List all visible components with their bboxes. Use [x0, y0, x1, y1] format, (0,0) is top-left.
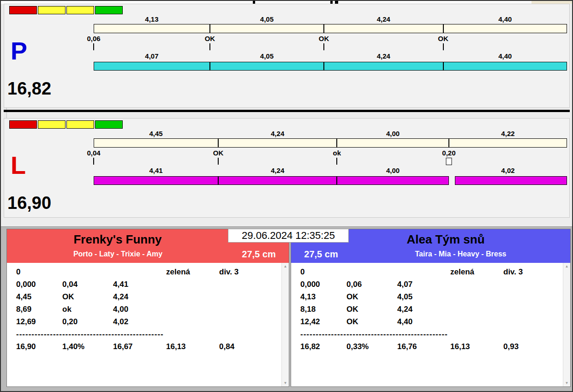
- status-color-block: [66, 120, 94, 129]
- scrollbar[interactable]: ▲ ▼: [281, 263, 289, 386]
- scrollbar[interactable]: ▲ ▼: [563, 263, 570, 386]
- result-row: 0zelenádiv. 3: [7, 266, 289, 278]
- result-cell: 0,04: [62, 278, 113, 291]
- result-cell: OK: [62, 291, 113, 303]
- tick-mark-icon: [323, 43, 324, 50]
- lower-bar-segment: [94, 176, 218, 185]
- status-color-block: [95, 120, 123, 129]
- crossing-marker-labels: 0,06OKOKOK: [94, 35, 567, 42]
- crossing-marker-label: 0,04: [87, 149, 100, 157]
- scroll-down-icon[interactable]: ▼: [563, 381, 570, 385]
- upper-bar-segment: [218, 138, 337, 148]
- upper-split-label: 4,13: [145, 15, 158, 23]
- team-results: 0zelenádiv. 30,0000,044,414,45OK4,248,69…: [7, 263, 289, 386]
- result-cell: 4,07: [397, 278, 450, 291]
- result-cell: 4,24: [397, 303, 450, 315]
- crossing-marker-label: OK: [438, 35, 448, 42]
- result-cell: 0,000: [16, 278, 62, 291]
- upper-bar-segment: [210, 24, 324, 33]
- tick-mark-icon: [443, 43, 444, 50]
- lower-bar-segment: [324, 62, 443, 71]
- result-cell: 4,13: [300, 291, 346, 303]
- result-row: 12,690,204,02: [7, 315, 289, 328]
- lower-bar-segment: [443, 62, 567, 71]
- status-color-block: [9, 6, 37, 14]
- datetime-display: 29.06.2024 12:35:25: [228, 229, 349, 243]
- upper-split-label: 4,24: [377, 15, 390, 23]
- result-cell: 16,67: [113, 340, 166, 353]
- lower-bar: [94, 62, 567, 71]
- result-cell: 16,90: [16, 340, 62, 353]
- upper-split-label: 4,24: [271, 130, 284, 137]
- tick-mark-icon: [218, 158, 219, 165]
- result-row: 8,18OK4,24: [291, 303, 570, 315]
- lower-bar-segment: [218, 176, 337, 185]
- status-color-block: [9, 120, 37, 129]
- upper-split-label: 4,40: [498, 15, 512, 23]
- lower-split-label: 4,05: [260, 52, 274, 60]
- lane-letter: L: [11, 153, 26, 178]
- result-cell: 4,24: [113, 291, 166, 303]
- status-color-block: [38, 120, 66, 129]
- result-row: 4,45OK4,24: [7, 291, 289, 303]
- crossing-marker-labels: 0,04OKok0,20: [94, 149, 567, 157]
- result-cell: 16,13: [166, 340, 219, 353]
- separator-line: ----------------------------------------…: [291, 328, 570, 340]
- result-cell: 0,06: [346, 278, 397, 291]
- lower-split-label: 4,07: [145, 52, 158, 60]
- result-cell: 16,82: [300, 340, 346, 353]
- result-rows: 0zelenádiv. 30,0000,044,414,45OK4,248,69…: [7, 266, 289, 353]
- result-cell: OK: [346, 315, 397, 328]
- lower-bar: [94, 176, 567, 185]
- result-cell: OK: [346, 303, 397, 315]
- team-subtitle-row: 27,5 cm Taira - Mia - Heavy - Bress: [291, 248, 570, 260]
- result-cell: 0: [16, 266, 62, 278]
- result-cell: 0,33%: [346, 340, 397, 353]
- upper-bar-segment: [449, 138, 567, 148]
- status-color-block: [95, 6, 123, 14]
- team-panel-frenkys-funny: Frenky's Funny Porto - Laty - Trixie - A…: [6, 229, 289, 387]
- upper-bar: [94, 138, 567, 148]
- crossing-marker-label: OK: [213, 149, 224, 157]
- crossing-marker-label: ok: [333, 149, 341, 157]
- lower-split-label: 4,24: [271, 166, 284, 174]
- result-cell: 4,40: [397, 315, 450, 328]
- upper-bar-segment: [94, 138, 218, 148]
- result-cell: 4,00: [113, 303, 166, 315]
- upper-split-label: 4,22: [501, 130, 514, 137]
- team-name: Alea Tým snů: [321, 232, 570, 247]
- result-cell: 8,18: [300, 303, 346, 315]
- team-name: Frenky's Funny: [7, 232, 228, 247]
- lower-split-label: 4,24: [377, 52, 390, 60]
- result-cell: 12,42: [300, 315, 346, 328]
- lower-bar-segment: [455, 176, 567, 185]
- team-members: Porto - Laty - Trixie - Amy: [7, 250, 229, 258]
- separator-line: ----------------------------------------…: [7, 328, 289, 340]
- team-panel-alea-tym-snu: Alea Tým snů 27,5 cm Taira - Mia - Heavy…: [291, 229, 571, 387]
- lower-split-label: 4,02: [501, 166, 514, 174]
- upper-bar-segment: [443, 24, 567, 33]
- scroll-down-icon[interactable]: ▼: [282, 381, 289, 385]
- tick-mark-icon: [336, 158, 337, 165]
- upper-bar-segment: [94, 24, 210, 33]
- lane-total-time: 16,90: [7, 194, 51, 212]
- result-row: 8,69ok4,00: [7, 303, 289, 315]
- scroll-up-icon[interactable]: ▲: [563, 264, 570, 268]
- result-cell: 0,20: [62, 315, 113, 328]
- lane-letter: P: [11, 38, 27, 63]
- crossing-marker-label: 0,20: [442, 149, 455, 157]
- lower-split-label: 4,40: [498, 52, 512, 60]
- lower-split-label: 4,41: [149, 166, 162, 174]
- upper-bar-segment: [324, 24, 443, 33]
- lower-split-labels: 4,074,054,244,40: [94, 52, 567, 60]
- tick-mark-icon: [209, 43, 210, 50]
- scroll-up-icon[interactable]: ▲: [282, 264, 289, 268]
- status-color-block: [66, 6, 94, 14]
- tick-mark-icon: [93, 158, 94, 165]
- total-row: 16,901,40%16,6716,130,84: [7, 340, 289, 353]
- crossing-marker-label: OK: [319, 35, 329, 42]
- upper-bar-segment: [337, 138, 449, 148]
- lower-split-labels: 4,414,244,004,02: [94, 166, 567, 174]
- team-results: 0zelenádiv. 30,0000,064,074,13OK4,058,18…: [291, 263, 570, 386]
- crossing-marker-ticks: [94, 43, 567, 51]
